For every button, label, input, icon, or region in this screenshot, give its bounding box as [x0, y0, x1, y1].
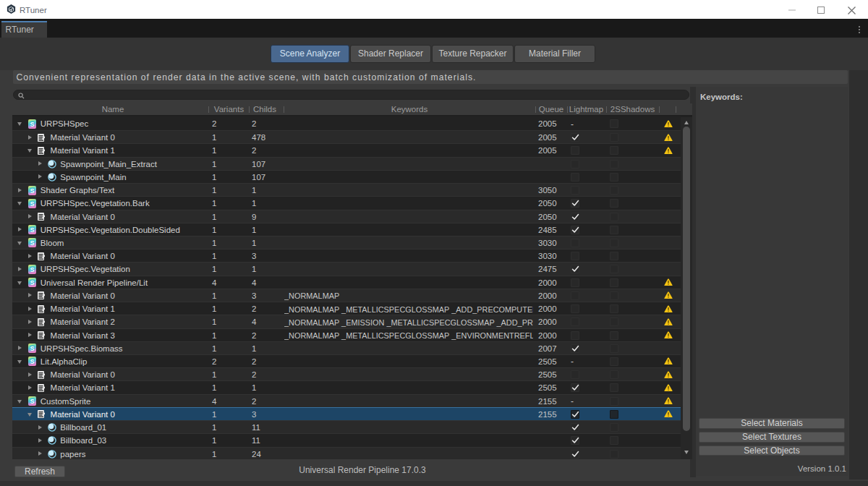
svg-text:S: S — [30, 226, 34, 234]
svg-text:S: S — [30, 358, 34, 365]
svg-text:S: S — [30, 121, 34, 128]
svg-text:S: S — [30, 187, 34, 195]
svg-text:S: S — [30, 266, 34, 273]
svg-text:S: S — [30, 279, 34, 286]
svg-text:S: S — [30, 345, 34, 352]
svg-text:S: S — [30, 398, 34, 405]
svg-text:S: S — [30, 200, 34, 208]
svg-text:S: S — [30, 239, 34, 247]
